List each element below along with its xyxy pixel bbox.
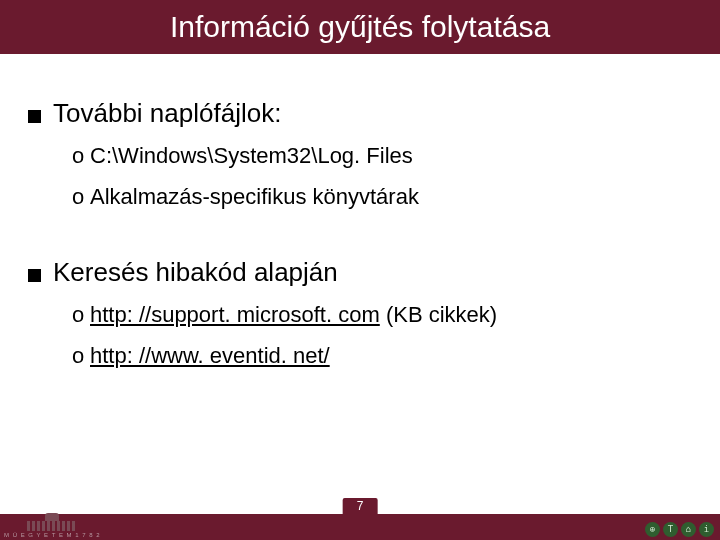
badge-icon: i: [699, 522, 714, 537]
bullet-level1: További naplófájlok:: [28, 98, 692, 129]
slide-number: 7: [343, 498, 378, 516]
square-bullet-icon: [28, 269, 41, 282]
link-eventid-net[interactable]: http: //www. eventid. net/: [90, 343, 330, 368]
bullet-level2: oC:\Windows\System32\Log. Files: [72, 139, 692, 172]
circle-bullet-icon: o: [72, 298, 90, 331]
footer-badges: ⊕ T ⌂ i: [645, 522, 714, 537]
sub-item-text: Alkalmazás-specifikus könyvtárak: [90, 184, 419, 209]
badge-icon: ⌂: [681, 522, 696, 537]
bullet-level2: ohttp: //www. eventid. net/: [72, 339, 692, 372]
badge-icon: T: [663, 522, 678, 537]
bullet-level2: ohttp: //support. microsoft. com (KB cik…: [72, 298, 692, 331]
bullet-level1: Keresés hibakód alapján: [28, 257, 692, 288]
university-logo: M Ű E G Y E T E M 1 7 8 2: [4, 513, 101, 538]
link-support-microsoft[interactable]: http: //support. microsoft. com: [90, 302, 380, 327]
circle-bullet-icon: o: [72, 180, 90, 213]
title-bar: Információ gyűjtés folytatása: [0, 0, 720, 54]
building-icon: [27, 513, 77, 531]
circle-bullet-icon: o: [72, 339, 90, 372]
org-caption: M Ű E G Y E T E M 1 7 8 2: [4, 532, 101, 538]
badge-icon: ⊕: [645, 522, 660, 537]
footer-bar: [0, 516, 720, 540]
slide-title: Információ gyűjtés folytatása: [170, 10, 550, 44]
square-bullet-icon: [28, 110, 41, 123]
circle-bullet-icon: o: [72, 139, 90, 172]
bullet-text: További naplófájlok:: [53, 98, 281, 128]
bullet-text: Keresés hibakód alapján: [53, 257, 338, 287]
bullet-level2: oAlkalmazás-specifikus könyvtárak: [72, 180, 692, 213]
sub-item-text: C:\Windows\System32\Log. Files: [90, 143, 413, 168]
sub-item-suffix: (KB cikkek): [380, 302, 497, 327]
slide-content: További naplófájlok: oC:\Windows\System3…: [0, 54, 720, 372]
